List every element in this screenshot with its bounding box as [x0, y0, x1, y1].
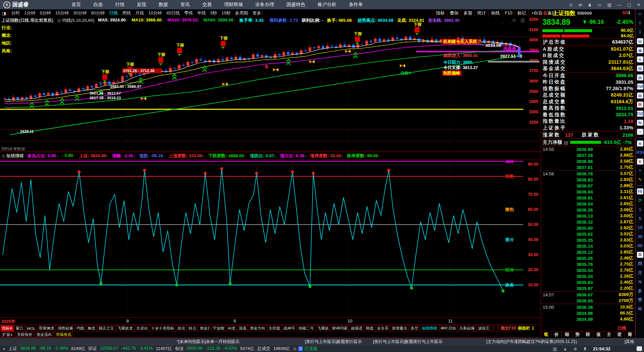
indicator-tab-擒龙[interactable]: 擒龙 [86, 325, 97, 332]
period-day-icon[interactable]: 日 [636, 250, 644, 259]
indicator-tab-暗盘[interactable]: 暗盘 [365, 325, 375, 332]
indicator-tab-WOL[interactable]: WOL [25, 326, 37, 331]
toolbar-button-F10[interactable]: F10 [502, 9, 515, 17]
indicator-tab-双紫擒龙[interactable]: 双紫擒龙 [38, 325, 56, 332]
indicator-tab-战神号[interactable]: 战神号 [282, 325, 297, 332]
indicator-tab-AI龙[interactable]: AI龙 [226, 325, 236, 332]
menu-item-8[interactable]: 理财商城 [224, 2, 243, 8]
money-icon[interactable]: ¥ [636, 157, 644, 166]
toolbar-button-叠加[interactable]: 叠加 [447, 9, 461, 17]
timeframe-5分钟[interactable]: 5分钟 [40, 10, 51, 16]
indicator-tab-游资重仓[interactable]: 游资重仓 [390, 325, 409, 332]
timeframe-15分钟[interactable]: 15分钟 [55, 10, 69, 16]
trend-chart-icon[interactable]: ∿ [636, 55, 644, 64]
formula-icon[interactable]: fx [636, 118, 644, 127]
news-item-5[interactable]: [其他 [625, 339, 634, 345]
assistant-icon[interactable]: ♟ [588, 2, 592, 7]
taskbar-corner[interactable] [637, 346, 642, 351]
timeframe-5秒[interactable]: 5秒 [210, 10, 217, 16]
collapse-icon[interactable]: ◎ [1, 153, 5, 158]
switch-icon[interactable]: ⇄ [579, 2, 582, 7]
indicator-tab-转点[interactable]: 转点 [187, 325, 198, 332]
period-15-icon[interactable]: 15 [636, 223, 644, 232]
menu-item-5[interactable]: 数据 [159, 2, 168, 8]
timeframe-季线[interactable]: 季线 [184, 10, 193, 16]
detail-icon[interactable]: ▤ [564, 140, 569, 145]
quote-list-icon[interactable]: ▤ [636, 37, 644, 46]
indicator-tab-宁波敢[interactable]: 宁波敢 [212, 325, 226, 332]
timeframe-45日线[interactable]: 45日线 [166, 10, 180, 16]
message-icon[interactable]: ⊙ [569, 2, 573, 7]
toolbar-button-+自选[interactable]: +自选 [528, 9, 545, 17]
timeframe-日线[interactable]: 日线 [109, 10, 118, 16]
keyboard-icon[interactable]: ▥ [553, 346, 557, 351]
pencil-icon[interactable]: ✎ [636, 175, 644, 184]
period-month-icon[interactable]: 月 [636, 268, 644, 277]
period-n-icon[interactable]: N [636, 277, 644, 286]
indicator-tab-顶底[interactable]: 顶底 [237, 325, 248, 332]
report-icon[interactable]: ▧ [636, 73, 644, 82]
indicator-tab-窗口[interactable]: 窗口 [14, 325, 25, 332]
indicator-tab-全仓买[interactable]: 全仓买 [376, 325, 390, 332]
indicator-tab-〉[interactable]: 〉 [492, 325, 498, 332]
menu-item-6[interactable]: 资讯 [180, 2, 190, 8]
timeframe-更多〉[interactable]: 更多〉 [253, 10, 266, 16]
timeframe-30分钟[interactable]: 30分钟 [73, 10, 87, 16]
indicator-tab-飞碟妖[interactable]: 飞碟妖 [316, 325, 330, 332]
circle-tool-icon[interactable]: ○ [636, 127, 644, 136]
maximize-icon[interactable]: ▢ [627, 2, 631, 7]
sentiment-oscillator-chart[interactable]: 90.0080.0070.0060.0050.0040.0030.0020.00… [0, 160, 541, 318]
hotkey-icon[interactable]: ▲ [563, 346, 568, 351]
menu-item-2[interactable]: 自选 [93, 2, 103, 8]
rsi-icon[interactable]: RSI [636, 148, 644, 157]
toolbar-button-标记[interactable]: 标记 [515, 9, 528, 17]
indicator-tab-指标A[interactable]: 指标A [1, 325, 14, 332]
structure-icon[interactable]: ▨ [636, 91, 644, 100]
indicator-tab-波段王[interactable]: 波段王 [477, 325, 491, 332]
indicator-tab-资金2[interactable]: 资金2 [198, 325, 211, 332]
period-5-icon[interactable]: 5 [636, 214, 644, 223]
menu-item-11[interactable]: 账户分析 [318, 2, 336, 8]
news-item-4[interactable]: [主力动向]沪市涨跌幅超过7%的证券(2025.11.21) [486, 339, 577, 345]
menu-item-12[interactable]: 条件单 [349, 2, 363, 8]
refresh-icon[interactable]: ⟳ [636, 196, 644, 205]
indicator-tab-主控盘[interactable]: 主控盘 [267, 325, 282, 332]
link-例选栏《[interactable]: 例选栏《 [518, 326, 534, 331]
timeframe-周线[interactable]: 周线 [122, 10, 131, 16]
news-item-1[interactable]: *[未来特别提示]未来一月特别提示 [177, 339, 239, 345]
indicator-tab-强势起爆[interactable]: 强势起爆 [56, 325, 74, 332]
period-year-icon[interactable]: 年 [636, 304, 644, 313]
quote-tab-势[interactable]: 势 [572, 332, 583, 338]
up-arrow-icon[interactable]: ⇧ [636, 18, 644, 27]
quote-tab-值[interactable]: 值 [593, 332, 603, 338]
menu-item-7[interactable]: 交易 [202, 2, 212, 8]
f10-icon[interactable]: F10 [636, 82, 644, 91]
timeframe-15秒[interactable]: 15秒 [221, 10, 230, 16]
indicator-tab-凡客起爆[interactable]: 凡客起爆 [458, 325, 476, 332]
menu-item-4[interactable]: 发现 [137, 2, 146, 8]
kline-chart-icon[interactable]: ▥ [636, 64, 644, 73]
period-30-icon[interactable]: 30 [636, 232, 644, 241]
quote-tab-联[interactable]: 联 [583, 332, 593, 338]
period-multi-icon[interactable]: 多 [636, 286, 644, 295]
expand-tab-关联报价[interactable]: 关联报价 [15, 332, 34, 337]
timeframe-多周期[interactable]: 多周期 [235, 10, 248, 16]
symbol-menu-icon[interactable]: ≡ [549, 11, 551, 15]
crosshair-icon[interactable]: ✛ [636, 166, 644, 175]
custom-icon[interactable]: 自 [636, 100, 644, 109]
news-item-3[interactable]: [发行与上市提示]新股发行与上市提示 [373, 339, 442, 345]
f12-icon[interactable]: F12 [636, 109, 644, 118]
timeframe-年线[interactable]: 年线 [197, 10, 206, 16]
indicator-tab-飞碟妖龙[interactable]: 飞碟妖龙 [116, 325, 134, 332]
toolbar-button-画线[interactable]: 画线 [488, 9, 502, 17]
quote-tab-主[interactable]: 主 [603, 332, 614, 338]
indicator-tab-财神到家[interactable]: 财神到家 [331, 325, 349, 332]
news-item-2[interactable]: [发行与上市提示]新股发行提示 [305, 339, 362, 345]
period-week-icon[interactable]: 周 [636, 259, 644, 268]
indicator-tab-多空[interactable]: 多空 [409, 325, 420, 332]
period-1-icon[interactable]: 1 [636, 205, 644, 214]
indicator-tab-短线情绪[interactable]: 短线情绪 [420, 325, 438, 332]
toolbar-button-统计[interactable]: 统计 [475, 9, 488, 17]
pane-layout-icon[interactable]: ◨ [2, 11, 6, 16]
monitor-icon[interactable]: ▭ [597, 2, 601, 7]
